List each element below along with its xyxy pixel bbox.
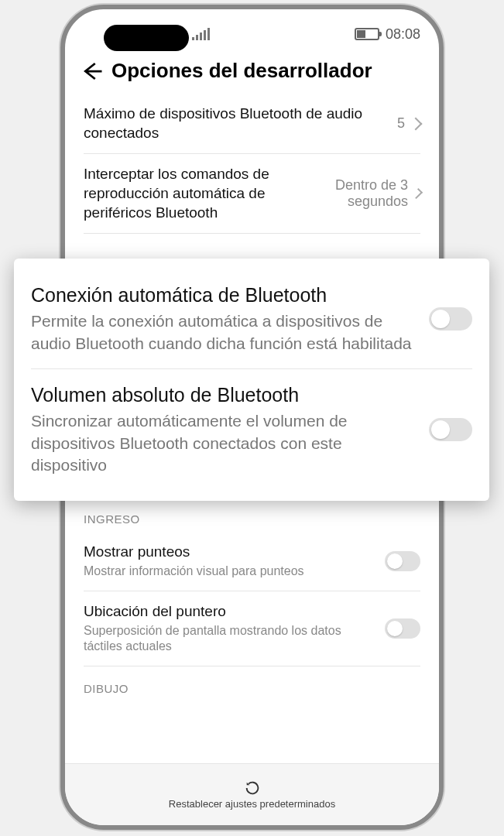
chevron-right-icon [412, 188, 423, 199]
row-intercept-commands[interactable]: Interceptar los comandos de reproducción… [84, 154, 420, 234]
toggle-auto-connection[interactable] [429, 307, 472, 331]
back-icon[interactable] [81, 60, 104, 83]
divider [31, 368, 472, 369]
highlight-card: Conexión automática de Bluetooth Permite… [14, 259, 489, 501]
row-title: Volumen absoluto de Bluetooth [31, 383, 417, 407]
toggle-show-taps[interactable] [385, 551, 420, 571]
row-title: Máximo de dispositivos Bluetooth de audi… [84, 104, 388, 142]
bottom-bar: Restablecer ajustes predeterminados [65, 763, 439, 825]
row-absolute-volume[interactable]: Volumen absoluto de Bluetooth Sincroniza… [31, 372, 472, 487]
chevron-right-icon [410, 117, 423, 130]
row-title: Interceptar los comandos de reproducción… [84, 165, 318, 222]
section-header-drawing: DIBUJO [84, 666, 420, 701]
row-max-audio-devices[interactable]: Máximo de dispositivos Bluetooth de audi… [84, 94, 420, 154]
row-sub: Mostrar información visual para punteos [84, 564, 375, 580]
header: Opciones del desarrollador [65, 51, 439, 94]
section-header-input: INGRESO [84, 497, 420, 532]
clock-label: 08:08 [386, 26, 420, 43]
page-title: Opciones del desarrollador [111, 59, 372, 83]
row-sub: Superposición de pantalla mostrando los … [84, 623, 375, 656]
reset-icon[interactable] [244, 779, 261, 797]
row-pointer-location[interactable]: Ubicación del puntero Superposición de p… [84, 591, 420, 666]
row-sub: Permite la conexión automática a disposi… [31, 310, 417, 355]
row-sub: Sincronizar automáticamente el volumen d… [31, 410, 417, 476]
row-title: Ubicación del puntero [84, 602, 375, 622]
row-show-taps[interactable]: Mostrar punteos Mostrar información visu… [84, 532, 420, 591]
notch [104, 25, 189, 51]
toggle-absolute-volume[interactable] [429, 418, 472, 441]
reset-label[interactable]: Restablecer ajustes predeterminados [169, 798, 335, 810]
toggle-pointer-location[interactable] [385, 618, 420, 639]
row-title: Conexión automática de Bluetooth [31, 283, 417, 307]
row-value: Dentro de 3 segundos [327, 177, 408, 211]
row-value: 5 [397, 115, 405, 132]
row-title: Mostrar punteos [84, 543, 375, 562]
signal-icon [192, 28, 210, 40]
row-auto-connection[interactable]: Conexión automática de Bluetooth Permite… [31, 272, 472, 365]
battery-icon [355, 28, 379, 40]
